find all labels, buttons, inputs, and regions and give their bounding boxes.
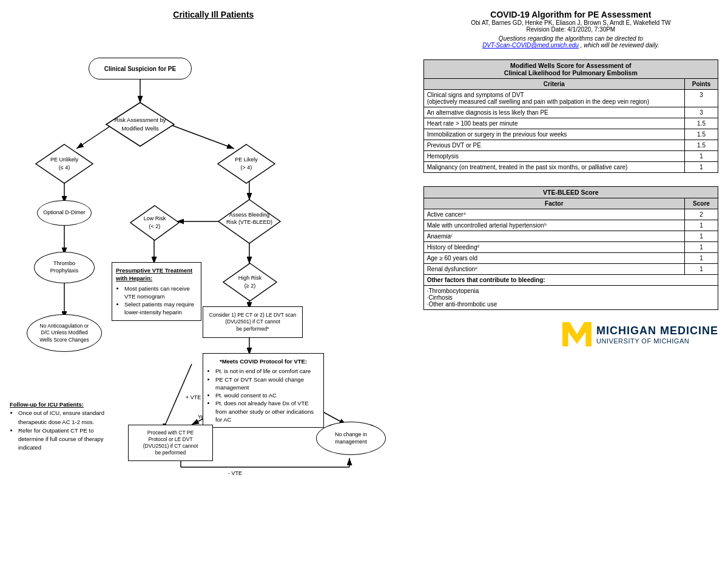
- vte-score-3: 1: [685, 242, 718, 253]
- covid-item-2: PE CT or DVT Scan would change managemen…: [215, 376, 320, 392]
- assess-bleeding-node: Assess Bleeding Risk (VTE-BLEED): [216, 197, 283, 246]
- high-risk-node: High Risk (≥ 2): [221, 261, 279, 303]
- vte-col-score: Score: [685, 198, 718, 209]
- covid-item-1: Pt. is not in end of life or comfort car…: [215, 367, 320, 375]
- table-row: Male with uncontrolled arterial hyperten…: [423, 220, 718, 231]
- wells-points-4: 1.5: [685, 140, 718, 151]
- wells-criteria-2: Heart rate > 100 beats per minute: [423, 118, 684, 129]
- covid-list: Pt. is not in end of life or comfort car…: [215, 367, 320, 423]
- svg-marker-29: [218, 144, 275, 183]
- wells-points-1: 3: [685, 107, 718, 118]
- table-row: An alternative diagnosis is less likely …: [423, 107, 718, 118]
- michigan-medicine-text: MICHIGAN MEDICINE: [596, 325, 718, 337]
- pe-unlikely-node: PE Unlikely (≤ 4): [34, 143, 95, 185]
- followup-item-2: Refer for Outpatient CT PE to determine …: [18, 426, 116, 453]
- vte-score-1: 1: [685, 220, 718, 231]
- vte-col-factor: Factor: [423, 198, 684, 209]
- svg-text:PE Unlikely: PE Unlikely: [50, 157, 79, 163]
- vte-other-0: ·Thrombocytopenia: [427, 288, 715, 294]
- michigan-m-logo: [562, 322, 592, 346]
- vte-table-body: Active cancerᵃ 2 Male with uncontrolled …: [423, 209, 718, 310]
- svg-text:(≥ 2): (≥ 2): [244, 283, 255, 289]
- svg-text:High Risk: High Risk: [238, 275, 262, 281]
- followup-box: Follow-up for ICU Patients: Once out of …: [10, 400, 116, 453]
- wells-points-2: 1.5: [685, 118, 718, 129]
- presumptive-item-1: Most patients can receive VTE nomogram: [124, 285, 197, 301]
- revision: Revision Date: 4/1/2020, 7:30PM: [423, 26, 718, 33]
- vte-factor-1: Male with uncontrolled arterial hyperten…: [423, 220, 684, 231]
- presumptive-title: Presumptive VTE Treatment with Heparin:: [116, 266, 197, 283]
- vte-factor-0: Active cancerᵃ: [423, 209, 684, 220]
- svg-text:Modified Wells: Modified Wells: [121, 125, 159, 132]
- page-title: COVID-19 Algorithm for PE Assessment: [423, 10, 718, 19]
- table-row: Malignancy (on treatment, treated in the…: [423, 162, 718, 173]
- vte-factor-2: Anaemiaᶜ: [423, 231, 684, 242]
- svg-marker-26: [36, 144, 93, 183]
- svg-text:(≤ 4): (≤ 4): [59, 164, 70, 170]
- left-header: Critically Ill Patients: [10, 10, 417, 19]
- vte-other-header: Other factors that contribute to bleedin…: [423, 275, 718, 286]
- vte-other-items: ·Thrombocytopenia ·Cirrhosis ·Other anti…: [423, 286, 718, 310]
- right-header: COVID-19 Algorithm for PE Assessment Obi…: [423, 10, 718, 49]
- svg-text:+ VTE: + VTE: [186, 394, 201, 400]
- wells-points-6: 1: [685, 162, 718, 173]
- table-row: Anaemiaᶜ 1: [423, 231, 718, 242]
- vte-factor-5: Renal dysfunctionᵉ: [423, 264, 684, 275]
- clinical-suspicion-node: Clinical Suspicion for PE: [89, 58, 192, 79]
- svg-marker-41: [562, 322, 592, 346]
- page-container: Critically Ill Patients: [10, 10, 718, 497]
- vte-score-0: 2: [685, 209, 718, 220]
- consider-scan-node: Consider 1) PE CT or 2) LE DVT scan (DVU…: [203, 306, 303, 338]
- table-row: Renal dysfunctionᵉ 1: [423, 264, 718, 275]
- covid-item-3: Pt. would consent to AC: [215, 391, 320, 399]
- table-row: Active cancerᵃ 2: [423, 209, 718, 220]
- proceed-ct-node: Proceed with CT PE Protocol or LE DVT (D…: [128, 425, 213, 461]
- flowchart: + VTE Yes No - VTE Clinical Suspicion fo…: [10, 24, 417, 497]
- email-link: DVT-Scan-COVID@med.umich.edu: [482, 42, 579, 49]
- vte-other-items-row: ·Thrombocytopenia ·Cirrhosis ·Other anti…: [423, 286, 718, 310]
- optional-ddimer-node: Optional D-Dimer: [37, 200, 92, 226]
- followup-list: Once out of ICU, ensure standard therape…: [18, 409, 116, 452]
- vte-other-2: ·Other anti-thrombotic use: [427, 301, 715, 308]
- vte-score-2: 1: [685, 231, 718, 242]
- wells-points-5: 1: [685, 151, 718, 162]
- svg-text:(> 4): (> 4): [241, 164, 252, 170]
- svg-text:PE Likely: PE Likely: [235, 157, 258, 163]
- right-panel: COVID-19 Algorithm for PE Assessment Obi…: [423, 10, 718, 497]
- risk-assessment-node: Risk Assessment by Modified Wells: [104, 100, 177, 149]
- vte-table: VTE-BLEED Score Factor Score Active canc…: [423, 186, 718, 310]
- no-change-node: No change in management: [316, 422, 386, 455]
- wells-criteria-0: Clinical signs and symptoms of DVT (obje…: [423, 90, 684, 107]
- presumptive-box: Presumptive VTE Treatment with Heparin: …: [112, 262, 201, 321]
- svg-text:Assess Bleeding: Assess Bleeding: [229, 212, 270, 218]
- wells-table-header: Modified Wells Score for Assessment of C…: [423, 60, 718, 79]
- no-anticoag-node: No Anticoagulation or D/C Unless Modifie…: [27, 314, 102, 352]
- wells-criteria-6: Malignancy (on treatment, treated in the…: [423, 162, 684, 173]
- wells-table-body: Clinical signs and symptoms of DVT (obje…: [423, 90, 718, 173]
- thromboprophylaxis-node: Thrombo Prophylaxis: [34, 252, 95, 283]
- followup-item-1: Once out of ICU, ensure standard therape…: [18, 409, 116, 426]
- svg-text:Risk (VTE-BLEED): Risk (VTE-BLEED): [226, 219, 272, 225]
- followup-title: Follow-up for ICU Patients:: [10, 400, 116, 409]
- authors: Obi AT, Barnes GD, Henke PK, Eliason J, …: [423, 19, 718, 26]
- wells-criteria-1: An alternative diagnosis is less likely …: [423, 107, 684, 118]
- vte-score-4: 1: [685, 253, 718, 264]
- presumptive-item-2: Select patients may require lower-intens…: [124, 300, 197, 317]
- vte-factor-4: Age ≥ 60 years old: [423, 253, 684, 264]
- table-row: History of bleedingᵈ 1: [423, 242, 718, 253]
- svg-marker-23: [106, 103, 174, 146]
- vte-other-1: ·Cirrhosis: [427, 294, 715, 301]
- table-row: Clinical signs and symptoms of DVT (obje…: [423, 90, 718, 107]
- wells-col-criteria: Criteria: [423, 79, 684, 90]
- left-title: Critically Ill Patients: [10, 10, 417, 19]
- wells-table: Modified Wells Score for Assessment of C…: [423, 59, 718, 173]
- svg-text:(< 2): (< 2): [149, 223, 161, 229]
- wells-col-points: Points: [685, 79, 718, 90]
- svg-text:Low Risk: Low Risk: [144, 215, 166, 221]
- covid-box: *Meets COVID Protocol for VTE: Pt. is no…: [203, 353, 324, 428]
- covid-item-4: Pt. does not already have Dx of VTE from…: [215, 399, 320, 423]
- svg-line-15: [163, 364, 192, 431]
- top-section: Critically Ill Patients: [10, 10, 718, 497]
- table-row: Immobilization or surgery in the previou…: [423, 129, 718, 140]
- svg-marker-38: [223, 263, 277, 301]
